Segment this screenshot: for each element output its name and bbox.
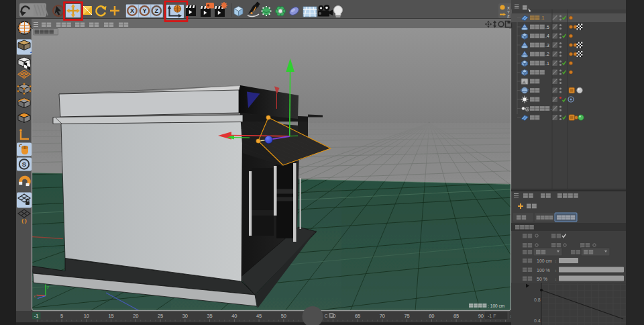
svg-text:15: 15 — [108, 313, 113, 319]
svg-text:( ): ( ) — [21, 218, 27, 224]
svg-text:0.8: 0.8 — [534, 297, 541, 302]
svg-text:35: 35 — [207, 313, 212, 319]
svg-text:80: 80 — [429, 313, 434, 319]
svg-text:100 cm: 100 cm — [537, 259, 552, 263]
svg-text:65: 65 — [355, 313, 360, 319]
svg-text:↕: ↕ — [555, 269, 557, 273]
svg-text:50: 50 — [281, 313, 286, 319]
svg-text:100 %: 100 % — [537, 268, 550, 273]
svg-text:30: 30 — [182, 313, 188, 319]
svg-text:↕: ↕ — [555, 277, 557, 281]
svg-text:5: 5 — [60, 313, 63, 319]
svg-text:70: 70 — [380, 313, 385, 319]
svg-text:0.4: 0.4 — [534, 318, 541, 323]
svg-text:90: 90 — [478, 313, 484, 319]
svg-text:Z: Z — [155, 7, 159, 14]
svg-text:40: 40 — [231, 313, 237, 319]
svg-text:C: C — [325, 314, 328, 318]
svg-text:X: X — [130, 7, 134, 14]
svg-text:20: 20 — [133, 313, 138, 319]
svg-text:Z: Z — [507, 14, 510, 18]
svg-text:: 100 cm: : 100 cm — [488, 304, 504, 308]
svg-text:45: 45 — [256, 313, 262, 319]
svg-text:-1: -1 — [34, 313, 39, 319]
svg-text:75: 75 — [404, 313, 409, 319]
svg-text:Y: Y — [142, 7, 146, 14]
svg-text:-1 F: -1 F — [488, 314, 496, 318]
svg-text:10: 10 — [84, 313, 89, 319]
svg-text:.3: .3 — [545, 43, 549, 48]
svg-text:.1: .1 — [545, 61, 549, 66]
svg-text:y: y — [47, 285, 49, 289]
svg-text:.2: .2 — [545, 52, 549, 56]
svg-text:.4: .4 — [545, 34, 549, 38]
svg-text:50 %: 50 % — [537, 277, 547, 281]
svg-text:85: 85 — [453, 313, 459, 319]
svg-text:↕: ↕ — [555, 259, 557, 263]
svg-text:.1: .1 — [541, 15, 545, 20]
svg-text:.5: .5 — [545, 25, 549, 30]
svg-text:25: 25 — [158, 313, 163, 319]
svg-text:S: S — [22, 160, 26, 168]
svg-text:x: x — [34, 294, 36, 298]
